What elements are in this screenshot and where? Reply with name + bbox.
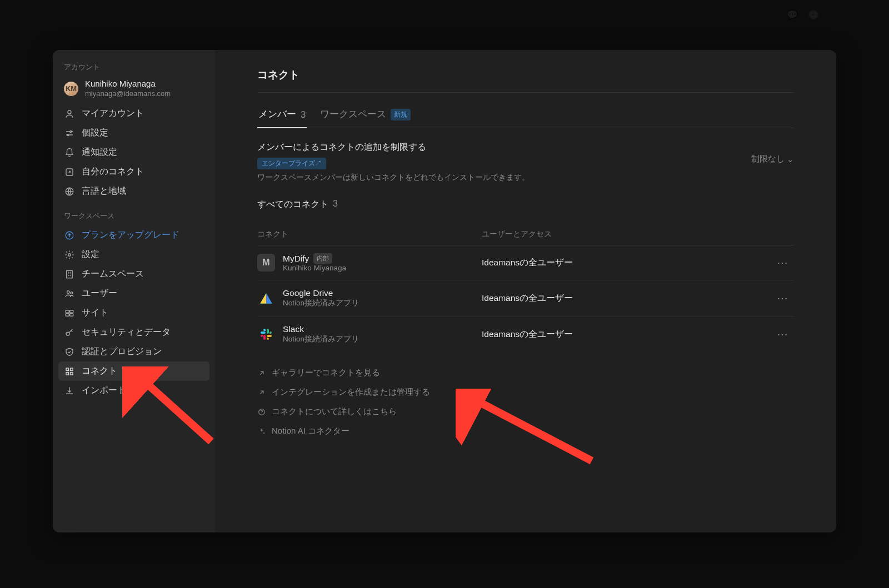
restrict-dropdown[interactable]: 制限なし ⌄	[751, 142, 794, 164]
connect-sub: Notion接続済みアプリ	[283, 334, 359, 344]
tab-label: ワークスペース	[320, 108, 386, 120]
footer-link-label: コネクトについて詳しくはこちら	[272, 406, 397, 417]
workspace-section-label: ワークスペース	[58, 210, 209, 225]
restrict-value-text: 制限なし	[751, 154, 785, 164]
settings-modal: アカウント KM Kunihiko Miyanaga miyanaga@idea…	[53, 50, 836, 532]
svg-rect-13	[70, 313, 73, 316]
bell-icon	[64, 147, 75, 158]
svg-rect-15	[66, 368, 69, 371]
page-title: コネクト	[257, 68, 794, 93]
svg-rect-16	[71, 368, 73, 371]
sidebar-item-label: 自分のコネクト	[82, 166, 144, 178]
sidebar-item-label: プランをアップグレード	[82, 229, 179, 241]
sidebar-item-label: ユーザー	[82, 288, 117, 299]
table-header: コネクト ユーザーとアクセス	[257, 224, 794, 245]
sidebar-item-account-0[interactable]: マイアカウント	[58, 104, 209, 123]
svg-point-9	[71, 292, 73, 294]
sidebar-item-workspace-0[interactable]: プランをアップグレード	[58, 225, 209, 245]
chevron-down-icon: ⌄	[787, 154, 794, 164]
avatar: KM	[64, 82, 78, 96]
table-row[interactable]: SlackNotion接続済みアプリIdeamansの全ユーザー⋯	[257, 316, 794, 352]
new-badge: 新規	[391, 109, 411, 120]
sidebar-item-workspace-5[interactable]: セキュリティとデータ	[58, 323, 209, 342]
sidebar-item-label: インポート	[82, 385, 126, 396]
access-cell: Ideamansの全ユーザー	[482, 329, 758, 340]
tab-count: 3	[301, 109, 306, 120]
connect-cell: Google DriveNotion接続済みアプリ	[257, 288, 468, 308]
all-connects-header: すべてのコネクト 3	[257, 195, 794, 220]
key-icon	[64, 327, 75, 338]
sidebar-item-workspace-6[interactable]: 認証とプロビジョン	[58, 342, 209, 361]
svg-point-1	[70, 130, 72, 132]
tab-1[interactable]: ワークスペース新規	[319, 104, 412, 128]
footer-link-3[interactable]: Notion AI コネクター	[257, 424, 794, 439]
grid-icon	[64, 366, 75, 377]
svg-point-0	[68, 110, 71, 114]
upgrade-icon	[64, 230, 75, 241]
svg-rect-7	[67, 270, 73, 278]
restrict-title: メンバーによるコネクトの追加を制限する	[257, 142, 530, 153]
row-actions-button[interactable]: ⋯	[772, 328, 794, 341]
svg-rect-11	[70, 310, 73, 313]
col-access: ユーザーとアクセス	[482, 229, 758, 239]
sidebar-item-label: 認証とプロビジョン	[82, 346, 162, 358]
tab-0[interactable]: メンバー3	[257, 104, 307, 128]
sidebar-item-workspace-3[interactable]: ユーザー	[58, 284, 209, 303]
globe-icon	[64, 186, 75, 197]
sidebar-item-workspace-7[interactable]: コネクト	[58, 361, 209, 381]
sidebar-item-label: 言語と地域	[82, 185, 126, 197]
svg-rect-18	[71, 372, 73, 375]
enterprise-badge[interactable]: エンタープライズ↗	[257, 158, 326, 169]
footer-link-label: インテグレーションを作成または管理する	[272, 387, 430, 398]
connect-name: MyDify内部	[283, 253, 346, 264]
account-section-label: アカウント	[58, 61, 209, 77]
sidebar-item-label: コネクト	[82, 365, 117, 377]
row-actions-button[interactable]: ⋯	[772, 292, 794, 305]
footer-link-2[interactable]: コネクトについて詳しくはこちら	[257, 404, 794, 419]
import-icon	[64, 385, 75, 396]
svg-point-14	[66, 332, 69, 335]
settings-main: コネクト メンバー3ワークスペース新規 メンバーによるコネクトの追加を制限する …	[215, 50, 836, 532]
building-icon	[64, 269, 75, 280]
all-connects-label: すべてのコネクト	[257, 199, 328, 210]
connect-cell: MMyDify内部Kunihiko Miyanaga	[257, 253, 468, 272]
all-connects-count: 3	[333, 199, 338, 210]
connect-icon	[257, 325, 275, 343]
restrict-desc: ワークスペースメンバーは新しいコネクトをどれでもインストールできます。	[257, 173, 530, 183]
row-actions-button[interactable]: ⋯	[772, 256, 794, 269]
internal-badge: 内部	[313, 253, 332, 264]
svg-point-2	[67, 134, 69, 135]
sidebar-item-workspace-8[interactable]: インポート	[58, 381, 209, 400]
sidebar-item-label: チームスペース	[82, 268, 144, 280]
connect-name: Google Drive	[283, 288, 359, 298]
tab-label: メンバー	[258, 108, 296, 120]
svg-rect-12	[66, 313, 69, 316]
sidebar-item-label: サイト	[82, 307, 108, 319]
restrict-section: メンバーによるコネクトの追加を制限する エンタープライズ↗ ワークスペースメンバ…	[257, 138, 794, 195]
footer-link-label: Notion AI コネクター	[272, 426, 349, 436]
sidebar-item-account-3[interactable]: 自分のコネクト	[58, 162, 209, 182]
sidebar-item-workspace-4[interactable]: サイト	[58, 303, 209, 323]
external-icon	[257, 369, 266, 378]
svg-point-8	[67, 290, 70, 293]
footer-link-1[interactable]: インテグレーションを作成または管理する	[257, 385, 794, 400]
footer-link-0[interactable]: ギャラリーでコネクトを見る	[257, 365, 794, 380]
table-row[interactable]: Google DriveNotion接続済みアプリIdeamansの全ユーザー⋯	[257, 280, 794, 316]
sidebar-item-workspace-1[interactable]: 設定	[58, 245, 209, 264]
sidebar-item-account-2[interactable]: 通知設定	[58, 143, 209, 162]
connect-cell: SlackNotion接続済みアプリ	[257, 324, 468, 344]
sidebar-item-label: マイアカウント	[82, 108, 144, 119]
sidebar-item-account-4[interactable]: 言語と地域	[58, 182, 209, 201]
sidebar-item-label: 通知設定	[82, 147, 117, 158]
tabs: メンバー3ワークスペース新規	[257, 104, 794, 128]
sidebar-user[interactable]: KM Kunihiko Miyanaga miyanaga@ideamans.c…	[58, 77, 209, 104]
access-cell: Ideamansの全ユーザー	[482, 293, 758, 304]
shield-icon	[64, 346, 75, 358]
external-icon	[257, 388, 266, 397]
settings-sidebar: アカウント KM Kunihiko Miyanaga miyanaga@idea…	[53, 50, 215, 532]
connect-sub: Kunihiko Miyanaga	[283, 264, 346, 272]
sidebar-item-workspace-2[interactable]: チームスペース	[58, 264, 209, 284]
sidebar-item-label: セキュリティとデータ	[82, 326, 171, 338]
sidebar-item-account-1[interactable]: 個設定	[58, 123, 209, 143]
table-row[interactable]: MMyDify内部Kunihiko MiyanagaIdeamansの全ユーザー…	[257, 245, 794, 280]
